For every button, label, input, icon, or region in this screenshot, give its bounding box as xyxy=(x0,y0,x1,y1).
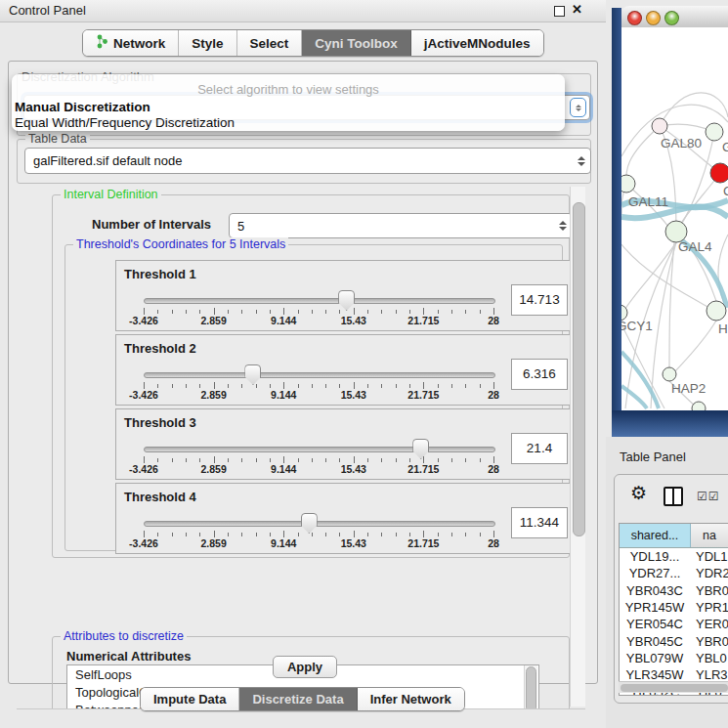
table-row[interactable]: YBR043CYBR0 xyxy=(620,582,728,599)
split-columns-icon[interactable] xyxy=(664,487,683,506)
table-row[interactable]: YER054CYER0 xyxy=(620,616,728,632)
cell-shared-name: YBL079W xyxy=(620,651,690,665)
column-header-shared-name[interactable]: shared... xyxy=(620,524,691,547)
table-data-combobox[interactable]: galFiltered.sif default node xyxy=(24,148,591,174)
tab-cyni-toolbox[interactable]: Cyni Toolbox xyxy=(302,30,411,56)
app-root: { "control_panel": { "title": "Control P… xyxy=(0,0,728,728)
network-node-label: GAL4 xyxy=(678,239,712,254)
threshold-panels: Threshold 1-3.4262.8599.14415.4321.71528… xyxy=(53,195,569,557)
network-node-label: H xyxy=(718,321,728,336)
tab-style[interactable]: Style xyxy=(179,30,236,56)
settings-scroll-region: Interval Definition Number of Intervals … xyxy=(17,185,585,709)
tab-discretize-data[interactable]: Discretize Data xyxy=(239,688,357,710)
cyni-toolbox-panel: Table Data galFiltered.sif default node … xyxy=(8,61,598,684)
slider-scale-labels: -3.4262.8599.14415.4321.71528 xyxy=(144,389,493,401)
settings-vertical-scrollbar[interactable] xyxy=(570,187,585,707)
network-node[interactable] xyxy=(663,367,676,381)
network-node-label: GCY1 xyxy=(621,319,653,333)
algorithm-option[interactable]: Equal Width/Frequency Discretization xyxy=(15,115,235,130)
interval-definition-group: Interval Definition Number of Intervals … xyxy=(52,194,570,558)
tab-label: Select xyxy=(250,36,289,51)
threshold-label: Threshold 1 xyxy=(124,267,196,281)
table-row[interactable]: YBR045CYBR0 xyxy=(620,632,728,649)
cell-name: YDR2 xyxy=(690,566,728,580)
network-node[interactable] xyxy=(707,301,726,321)
table-panel-body: ⚙ ☑☑ shared... na YDL19...YDL1YDR27...YD… xyxy=(614,474,728,704)
network-node[interactable] xyxy=(706,123,723,141)
network-node[interactable] xyxy=(692,402,706,410)
cell-name: YLR3 xyxy=(690,667,728,682)
spinner-arrows-icon xyxy=(578,156,585,166)
network-node[interactable] xyxy=(652,118,667,134)
algorithm-option[interactable]: Manual Discretization xyxy=(15,100,150,114)
node-table[interactable]: shared... na YDL19...YDL1YDR27...YDR2YBR… xyxy=(619,523,728,696)
table-row[interactable]: YDL19...YDL1 xyxy=(620,548,728,565)
attributes-list-scrollbar[interactable] xyxy=(524,665,537,709)
network-window-left-border xyxy=(612,8,621,410)
cell-shared-name: YPR145W xyxy=(620,600,690,615)
control-panel-titlebar: Control Panel ✕ xyxy=(0,0,606,22)
table-panel-title: Table Panel xyxy=(620,450,686,464)
table-header-row: shared... na xyxy=(620,524,728,548)
numerical-attributes-label: Numerical Attributes xyxy=(66,649,191,664)
mac-close-button[interactable] xyxy=(627,11,642,25)
mac-minimize-button[interactable] xyxy=(646,11,661,25)
network-node[interactable] xyxy=(710,163,728,183)
slider-track[interactable] xyxy=(144,298,495,304)
table-horizontal-scrollbar[interactable] xyxy=(619,681,728,693)
column-header-name[interactable]: na xyxy=(691,524,728,547)
network-node-label: C xyxy=(723,184,728,198)
tab-impute-data[interactable]: Impute Data xyxy=(141,688,239,710)
apply-button[interactable]: Apply xyxy=(273,656,337,678)
cell-name: YBR0 xyxy=(690,634,728,649)
threshold-label: Threshold 4 xyxy=(124,490,196,504)
slider-track[interactable] xyxy=(144,521,495,527)
cell-name: YER0 xyxy=(690,617,728,631)
threshold-value-field[interactable]: 14.713 xyxy=(511,284,568,316)
network-window-titlebar[interactable] xyxy=(621,6,728,28)
network-window-bottom-border xyxy=(612,410,728,437)
table-row[interactable]: YPR145WYPR1 xyxy=(620,599,728,616)
threshold-panel-2: Threshold 2-3.4262.8599.14415.4321.71528… xyxy=(115,334,585,406)
spinner-arrows-icon xyxy=(570,98,586,117)
threshold-panel-1: Threshold 1-3.4262.8599.14415.4321.71528… xyxy=(115,260,585,331)
table-data-group-title: Table Data xyxy=(25,132,90,146)
slider-track[interactable] xyxy=(144,372,495,378)
table-row[interactable]: YDR27...YDR2 xyxy=(620,565,728,581)
table-panel: Table Panel ⚙ ☑☑ shared... na YDL19...YD… xyxy=(606,437,728,728)
slider-scale-labels: -3.4262.8599.14415.4321.71528 xyxy=(144,315,493,326)
threshold-value-field[interactable]: 11.344 xyxy=(511,507,568,538)
network-node[interactable] xyxy=(621,175,635,193)
network-node-label: GAL80 xyxy=(661,136,702,150)
tab-select[interactable]: Select xyxy=(237,30,303,56)
cyni-mode-tabs: Impute DataDiscretize DataInfer Network xyxy=(140,687,465,711)
slider-scale-labels: -3.4262.8599.14415.4321.71528 xyxy=(144,463,493,475)
tab-network[interactable]: Network xyxy=(83,30,179,56)
cell-name: YDL1 xyxy=(690,549,728,564)
threshold-label: Threshold 2 xyxy=(124,341,196,356)
tab-label: Style xyxy=(192,36,223,51)
threshold-value-field[interactable]: 21.4 xyxy=(511,433,568,464)
tab-label: jActiveMNodules xyxy=(424,36,531,51)
tab-infer-network[interactable]: Infer Network xyxy=(358,688,464,710)
network-canvas[interactable]: GAL80GAL11GAL4GCY1HAP2GCH xyxy=(621,27,728,410)
cell-name: YBR0 xyxy=(690,583,728,598)
cell-shared-name: YDL19... xyxy=(620,549,690,564)
tab-jactivemnodules[interactable]: jActiveMNodules xyxy=(411,30,543,56)
network-node-label: HAP2 xyxy=(671,381,706,396)
mac-zoom-button[interactable] xyxy=(664,11,679,25)
close-icon[interactable]: ✕ xyxy=(572,2,582,17)
gear-icon[interactable]: ⚙ xyxy=(630,482,647,504)
cell-shared-name: YDR27... xyxy=(620,566,690,580)
cell-shared-name: YLR345W xyxy=(620,667,690,682)
table-row[interactable]: YBL079WYBL0 xyxy=(620,650,728,666)
cell-name: YBL0 xyxy=(690,651,728,665)
checkboxes-icon[interactable]: ☑☑ xyxy=(697,490,720,503)
threshold-value-field[interactable]: 6.316 xyxy=(511,359,568,390)
float-window-icon[interactable] xyxy=(554,6,565,17)
algorithm-placeholder: Select algorithm to view settings xyxy=(12,82,565,97)
slider-track[interactable] xyxy=(144,447,495,452)
cell-name: YPR1 xyxy=(690,600,728,615)
control-panel-title: Control Panel xyxy=(9,3,86,18)
table-rows: YDL19...YDL1YDR27...YDR2YBR043CYBR0YPR14… xyxy=(620,548,728,696)
